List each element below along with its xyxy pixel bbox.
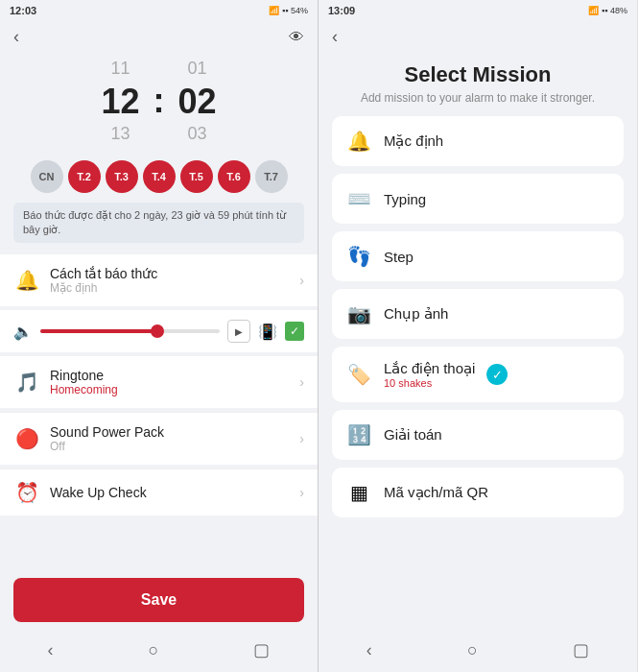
mission-icon-6: ▦ [345, 481, 372, 504]
min-prev: 01 [187, 57, 206, 81]
mission-item-5[interactable]: 🔢Giải toán [332, 410, 624, 460]
volume-row: 🔈 ▶ 📳 ✓ [0, 310, 318, 352]
mission-icon-1: ⌨️ [345, 187, 372, 210]
back-button-right[interactable]: ‹ [332, 27, 338, 47]
volume-thumb [151, 324, 164, 338]
status-icons-left: 📶 ▪▪ 54% [269, 6, 308, 15]
wakeup-icon: ⏰ [13, 481, 40, 504]
settings-list: 🔔 Cách tắt báo thức Mặc định › 🔈 ▶ 📳 ✓ [0, 251, 318, 570]
time-colon: : [150, 81, 169, 121]
nav-bar-right: ‹ [319, 21, 637, 53]
min-next: 03 [187, 122, 206, 146]
sound-power-icon: 🔴 [13, 427, 40, 450]
day-btn-t3[interactable]: T.3 [106, 160, 138, 193]
square-button-right[interactable]: ▢ [554, 636, 608, 664]
play-button[interactable]: ▶ [227, 320, 250, 343]
mission-icon-0: 🔔 [345, 130, 372, 153]
wakeup-content: Wake Up Check [50, 485, 290, 500]
volume-icon: 🔈 [13, 323, 33, 341]
day-btn-t5[interactable]: T.5 [180, 160, 213, 193]
minute-column: 01 02 03 [169, 57, 226, 147]
volume-check[interactable]: ✓ [285, 322, 304, 341]
dismiss-content: Cách tắt báo thức Mặc định [50, 266, 290, 295]
setting-wakeup[interactable]: ⏰ Wake Up Check › [0, 468, 318, 516]
square-button[interactable]: ▢ [234, 636, 289, 664]
mission-label-4: Lắc điện thoại [384, 360, 475, 377]
mission-item-0[interactable]: 🔔Mặc định [332, 116, 624, 166]
ringtone-chevron: › [299, 374, 304, 390]
dismiss-title: Cách tắt báo thức [50, 266, 290, 281]
left-phone: 12:03 📶 ▪▪ 54% ‹ 👁 11 12 13 : 01 02 03 [0, 0, 319, 672]
mission-icon-2: 👣 [345, 245, 372, 268]
mission-item-3[interactable]: 📷Chụp ảnh [332, 289, 624, 339]
volume-fill [40, 329, 157, 333]
status-time-left: 12:03 [10, 5, 36, 16]
mission-label-2: Step [384, 249, 414, 265]
mission-item-4[interactable]: 🏷️Lắc điện thoại10 shakes✓ [332, 347, 624, 402]
hour-main[interactable]: 12 [101, 81, 139, 122]
time-picker: 11 12 13 : 01 02 03 [0, 53, 318, 155]
vibrate-icon[interactable]: 📳 [258, 323, 277, 341]
mission-subtitle: Add mission to your alarm to make it str… [319, 91, 637, 116]
alarm-info: Báo thức được đặt cho 2 ngày, 23 giờ và … [13, 203, 304, 244]
setting-dismiss[interactable]: 🔔 Cách tắt báo thức Mặc định › [0, 254, 318, 306]
save-button[interactable]: Save [13, 578, 304, 622]
mission-item-6[interactable]: ▦Mã vạch/mã QR [332, 468, 624, 517]
right-phone: 13:09 📶 ▪▪ 48% ‹ Select Mission Add miss… [319, 0, 637, 672]
setting-sound-power[interactable]: 🔴 Sound Power Pack Off › [0, 412, 318, 465]
dismiss-chevron: › [299, 273, 304, 288]
day-btn-t4[interactable]: T.4 [143, 160, 176, 193]
hour-column: 11 12 13 [92, 57, 150, 147]
volume-slider[interactable] [40, 329, 220, 333]
status-icons-right: 📶 ▪▪ 48% [588, 6, 627, 15]
mission-label-3: Chụp ảnh [384, 305, 448, 323]
ringtone-subtitle: Homecoming [50, 383, 290, 396]
sound-power-chevron: › [299, 431, 304, 446]
home-button-right[interactable]: ‹ [347, 636, 391, 664]
mission-label-5: Giải toán [384, 426, 442, 444]
mission-icon-3: 📷 [345, 302, 372, 325]
home-button[interactable]: ‹ [29, 636, 73, 664]
mission-label-1: Typing [384, 191, 426, 207]
day-btn-t7[interactable]: T.7 [255, 160, 288, 193]
mission-sub-4: 10 shakes [384, 377, 475, 389]
nav-bar-left: ‹ 👁 [0, 21, 318, 53]
status-bar-right: 13:09 📶 ▪▪ 48% [319, 0, 637, 21]
min-main[interactable]: 02 [177, 81, 216, 122]
mission-label-6: Mã vạch/mã QR [384, 484, 488, 501]
bottom-nav-left: ‹ ○ ▢ [0, 630, 318, 672]
ringtone-icon: 🎵 [13, 371, 40, 394]
sound-power-content: Sound Power Pack Off [50, 424, 290, 453]
hour-next: 13 [110, 122, 130, 146]
circle-button[interactable]: ○ [130, 636, 178, 664]
eye-icon[interactable]: 👁 [289, 29, 304, 46]
ringtone-content: Ringtone Homecoming [50, 368, 290, 396]
day-btn-t6[interactable]: T.6 [218, 160, 250, 193]
status-bar-left: 12:03 📶 ▪▪ 54% [0, 0, 318, 21]
dismiss-icon: 🔔 [13, 269, 40, 292]
mission-icon-5: 🔢 [345, 423, 372, 446]
day-btn-t2[interactable]: T.2 [68, 160, 101, 193]
dismiss-subtitle: Mặc định [50, 281, 290, 295]
sound-power-subtitle: Off [50, 440, 290, 453]
status-time-right: 13:09 [328, 5, 355, 16]
mission-check-4: ✓ [486, 364, 508, 385]
hour-prev: 11 [110, 57, 130, 81]
wakeup-title: Wake Up Check [50, 485, 290, 500]
wakeup-chevron: › [299, 485, 304, 500]
mission-title: Select Mission [319, 53, 637, 91]
day-btn-cn[interactable]: CN [31, 160, 63, 193]
mission-item-1[interactable]: ⌨️Typing [332, 174, 624, 224]
setting-ringtone[interactable]: 🎵 Ringtone Homecoming › [0, 356, 318, 408]
ringtone-title: Ringtone [50, 368, 290, 383]
mission-item-2[interactable]: 👣Step [332, 231, 624, 281]
circle-button-right[interactable]: ○ [448, 636, 497, 664]
mission-list: 🔔Mặc định⌨️Typing👣Step📷Chụp ảnh🏷️Lắc điệ… [319, 116, 637, 630]
day-selector: CNT.2T.3T.4T.5T.6T.7 [0, 155, 318, 199]
bottom-nav-right: ‹ ○ ▢ [319, 630, 637, 672]
sound-power-title: Sound Power Pack [50, 424, 290, 440]
mission-icon-4: 🏷️ [345, 363, 372, 386]
mission-label-0: Mặc định [384, 132, 443, 150]
back-button-left[interactable]: ‹ [13, 27, 19, 47]
